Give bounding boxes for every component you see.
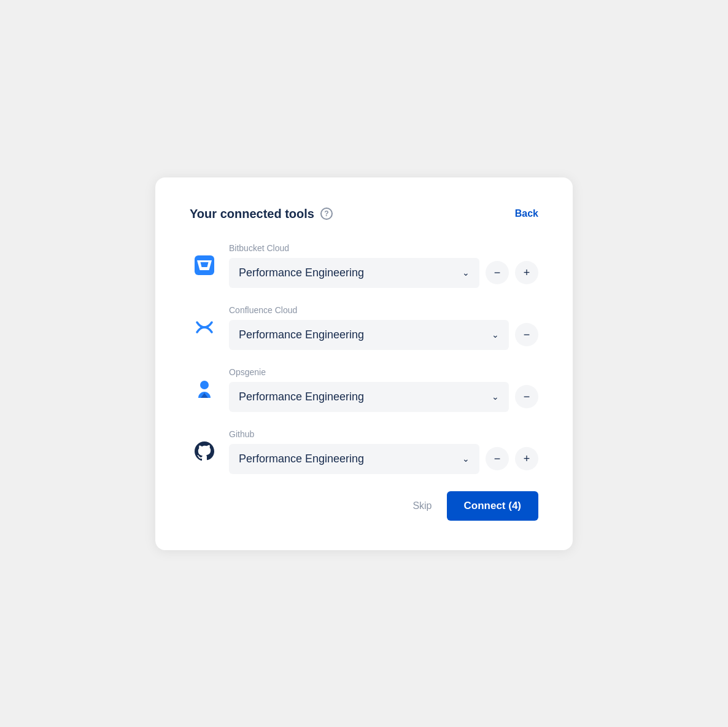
confluence-icon <box>190 313 219 342</box>
opsgenie-chevron-icon: ⌄ <box>492 392 499 402</box>
bitbucket-chevron-icon: ⌄ <box>462 268 470 278</box>
confluence-label: Confluence Cloud <box>229 305 538 315</box>
bitbucket-label: Bitbucket Cloud <box>229 243 538 253</box>
github-plus-button[interactable]: + <box>515 447 538 470</box>
connect-button[interactable]: Connect (4) <box>447 491 539 521</box>
opsgenie-dropdown-row: Performance Engineering ⌄ − <box>229 382 538 412</box>
bitbucket-value: Performance Engineering <box>239 266 364 279</box>
opsgenie-label: Opsgenie <box>229 367 538 377</box>
github-value: Performance Engineering <box>239 453 364 465</box>
github-icon <box>190 437 219 466</box>
github-chevron-icon: ⌄ <box>462 454 470 464</box>
github-content: Github Performance Engineering ⌄ − + <box>229 429 538 474</box>
header-left: Your connected tools ? <box>190 207 333 221</box>
bitbucket-dropdown[interactable]: Performance Engineering ⌄ <box>229 258 479 288</box>
page-title: Your connected tools <box>190 207 314 221</box>
confluence-dropdown-row: Performance Engineering ⌄ − <box>229 320 538 350</box>
confluence-dropdown[interactable]: Performance Engineering ⌄ <box>229 320 509 350</box>
skip-button[interactable]: Skip <box>412 500 432 511</box>
github-dropdown-row: Performance Engineering ⌄ − + <box>229 444 538 474</box>
svg-point-1 <box>200 381 209 389</box>
github-label: Github <box>229 429 538 439</box>
footer: Skip Connect (4) <box>190 491 538 521</box>
github-minus-button[interactable]: − <box>486 447 509 470</box>
opsgenie-minus-button[interactable]: − <box>515 385 538 408</box>
svg-rect-0 <box>195 255 214 275</box>
bitbucket-content: Bitbucket Cloud Performance Engineering … <box>229 243 538 288</box>
confluence-content: Confluence Cloud Performance Engineering… <box>229 305 538 350</box>
help-icon[interactable]: ? <box>320 208 333 220</box>
opsgenie-dropdown[interactable]: Performance Engineering ⌄ <box>229 382 509 412</box>
tool-row-opsgenie: Opsgenie Performance Engineering ⌄ − <box>190 367 538 412</box>
bitbucket-plus-button[interactable]: + <box>515 261 538 284</box>
back-button[interactable]: Back <box>515 208 538 219</box>
bitbucket-dropdown-row: Performance Engineering ⌄ − + <box>229 258 538 288</box>
confluence-value: Performance Engineering <box>239 329 364 341</box>
github-dropdown[interactable]: Performance Engineering ⌄ <box>229 444 479 474</box>
tool-row-confluence: Confluence Cloud Performance Engineering… <box>190 305 538 350</box>
tool-row-bitbucket: Bitbucket Cloud Performance Engineering … <box>190 243 538 288</box>
tool-row-github: Github Performance Engineering ⌄ − + <box>190 429 538 474</box>
opsgenie-icon <box>190 375 219 404</box>
confluence-chevron-icon: ⌄ <box>492 330 499 340</box>
opsgenie-content: Opsgenie Performance Engineering ⌄ − <box>229 367 538 412</box>
main-card: Your connected tools ? Back Bitbucket Cl… <box>155 177 573 550</box>
opsgenie-value: Performance Engineering <box>239 391 364 403</box>
bitbucket-icon <box>190 251 219 280</box>
header: Your connected tools ? Back <box>190 207 538 221</box>
confluence-minus-button[interactable]: − <box>515 323 538 346</box>
bitbucket-minus-button[interactable]: − <box>486 261 509 284</box>
